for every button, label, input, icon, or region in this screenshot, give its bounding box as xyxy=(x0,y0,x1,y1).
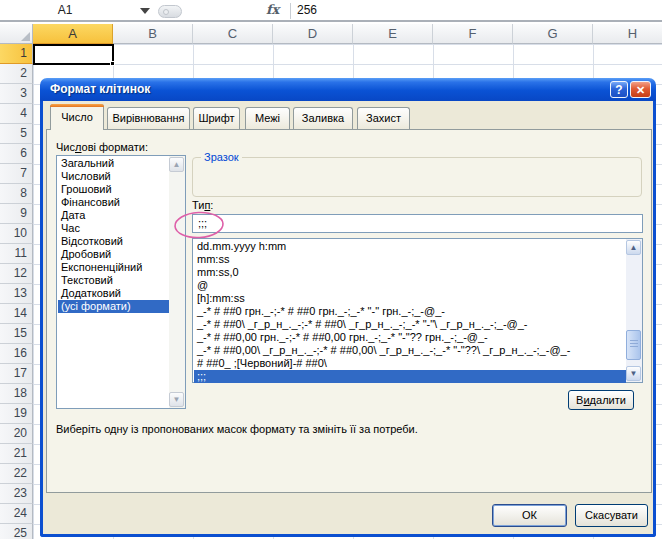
sample-groupbox-label: Зразок xyxy=(201,151,242,163)
format-code-item[interactable]: dd.mm.yyyy h:mm xyxy=(194,240,626,253)
row-header-13[interactable]: 13 xyxy=(0,284,33,304)
number-tab-panel: Числові формати: ЗагальнийЧисловийГрошов… xyxy=(46,129,652,493)
dialog-titlebar[interactable]: Формат клітинок ? ✕ xyxy=(40,78,656,101)
number-format-item[interactable]: Грошовий xyxy=(58,183,169,196)
number-format-item[interactable]: Експоненційний xyxy=(58,261,169,274)
insert-function-icon[interactable]: fx xyxy=(266,2,288,20)
number-format-item[interactable]: Фінансовий xyxy=(58,196,169,209)
row-header-15[interactable]: 15 xyxy=(0,324,33,344)
formula-bar-input[interactable]: 256 xyxy=(297,0,317,22)
number-formats-listbox[interactable]: ЗагальнийЧисловийГрошовийФінансовийДатаЧ… xyxy=(56,155,186,409)
number-format-item[interactable]: Відсотковий xyxy=(58,235,169,248)
column-header-b[interactable]: B xyxy=(113,24,193,44)
row-header-14[interactable]: 14 xyxy=(0,304,33,324)
row-header-16[interactable]: 16 xyxy=(0,344,33,364)
column-header-a[interactable]: A xyxy=(33,24,113,44)
row-headers: 1234567891011121314151617181920212223242… xyxy=(0,44,33,539)
type-label: Тип: xyxy=(192,199,213,211)
delete-button[interactable]: Видалити xyxy=(568,390,634,410)
format-code-item[interactable]: mm:ss xyxy=(194,253,626,266)
format-code-item[interactable]: # ##0_ ;[Червоний]-# ##0\ xyxy=(194,357,626,370)
format-code-item[interactable]: [h]:mm:ss xyxy=(194,292,626,305)
name-box-dropdown-icon[interactable] xyxy=(140,8,150,14)
number-format-item[interactable]: Дата xyxy=(58,209,169,222)
row-header-2[interactable]: 2 xyxy=(0,64,33,84)
row-header-20[interactable]: 20 xyxy=(0,424,33,444)
format-cells-dialog: Формат клітинок ? ✕ ЧислоВирівнюванняШри… xyxy=(40,78,656,537)
number-format-item[interactable]: Текстовий xyxy=(58,274,169,287)
row-header-1[interactable]: 1 xyxy=(0,44,33,64)
format-code-item[interactable]: @ xyxy=(194,279,626,292)
tab-межі[interactable]: Межі xyxy=(245,107,290,130)
scroll-down-icon[interactable]: ▼ xyxy=(169,392,184,407)
tab-заливка[interactable]: Заливка xyxy=(293,107,353,130)
excel-window: A1 fx 256 ABCDEFGH 123456789101112131415… xyxy=(0,0,662,539)
formula-bar: A1 fx 256 xyxy=(0,0,662,22)
scroll-down-icon[interactable]: ▼ xyxy=(626,366,641,381)
name-box[interactable]: A1 xyxy=(0,0,130,22)
number-formats-label: Числові формати: xyxy=(56,141,148,153)
row-header-7[interactable]: 7 xyxy=(0,164,33,184)
format-code-item[interactable]: ;;; xyxy=(194,370,626,383)
fill-handle[interactable] xyxy=(110,61,115,66)
row-header-19[interactable]: 19 xyxy=(0,404,33,424)
row-header-11[interactable]: 11 xyxy=(0,244,33,264)
format-codes-listbox[interactable]: dd.mm.yyyy h:mmmm:ssmm:ss,0@[h]:mm:ss_-*… xyxy=(192,238,643,383)
scroll-up-icon[interactable]: ▲ xyxy=(169,157,184,172)
column-header-h[interactable]: H xyxy=(593,24,662,44)
select-all-corner[interactable] xyxy=(0,24,33,44)
cancel-button[interactable]: Скасувати xyxy=(575,504,648,527)
column-header-d[interactable]: D xyxy=(273,24,353,44)
hint-text: Виберіть одну із пропонованих масок форм… xyxy=(56,423,418,435)
row-header-25[interactable]: 25 xyxy=(0,524,33,539)
ok-button[interactable]: ОК xyxy=(492,504,567,527)
row-header-22[interactable]: 22 xyxy=(0,464,33,484)
format-code-item[interactable]: mm:ss,0 xyxy=(194,266,626,279)
format-code-item[interactable]: _-* # ##0 грн._-;-* # ##0 грн._-;_-* "-"… xyxy=(194,305,626,318)
format-code-item[interactable]: _-* # ##0,00\ _г_р_н_._-;-* # ##0,00\ _г… xyxy=(194,344,626,357)
type-input[interactable]: ;;; xyxy=(192,214,643,233)
number-formats-scrollbar[interactable]: ▲ ▼ xyxy=(169,156,185,408)
row-header-17[interactable]: 17 xyxy=(0,364,33,384)
number-format-item[interactable]: Числовий xyxy=(58,170,169,183)
row-header-23[interactable]: 23 xyxy=(0,484,33,504)
row-header-9[interactable]: 9 xyxy=(0,204,33,224)
scrollbar-thumb[interactable] xyxy=(626,330,641,360)
row-header-4[interactable]: 4 xyxy=(0,104,33,124)
tab-шрифт[interactable]: Шрифт xyxy=(193,107,240,130)
scroll-up-icon[interactable]: ▲ xyxy=(626,240,641,255)
tab-захист[interactable]: Захист xyxy=(357,107,410,130)
row-header-3[interactable]: 3 xyxy=(0,84,33,104)
row-header-10[interactable]: 10 xyxy=(0,224,33,244)
column-header-f[interactable]: F xyxy=(433,24,513,44)
number-format-item[interactable]: Час xyxy=(58,222,169,235)
format-code-item[interactable]: _-* # ##0\ _г_р_н_._-;-* # ##0\ _г_р_н_.… xyxy=(194,318,626,331)
row-header-18[interactable]: 18 xyxy=(0,384,33,404)
dialog-title: Формат клітинок xyxy=(50,78,150,101)
number-format-item[interactable]: Додатковий xyxy=(58,287,169,300)
format-code-item[interactable]: _-* # ##0,00 грн._-;-* # ##0,00 грн._-;_… xyxy=(194,331,626,344)
divider xyxy=(290,3,291,19)
number-format-item[interactable]: (усі формати) xyxy=(58,300,169,313)
row-header-21[interactable]: 21 xyxy=(0,444,33,464)
help-icon[interactable]: ? xyxy=(610,81,628,98)
column-header-g[interactable]: G xyxy=(513,24,593,44)
row-header-8[interactable]: 8 xyxy=(0,184,33,204)
row-header-12[interactable]: 12 xyxy=(0,264,33,284)
row-header-5[interactable]: 5 xyxy=(0,124,33,144)
column-header-e[interactable]: E xyxy=(353,24,433,44)
number-format-item[interactable]: Дробовий xyxy=(58,248,169,261)
selected-cell-a1[interactable] xyxy=(33,44,114,65)
tab-число[interactable]: Число xyxy=(50,104,104,130)
tab-вирівнювання[interactable]: Вирівнювання xyxy=(107,107,190,130)
row-header-24[interactable]: 24 xyxy=(0,504,33,524)
formula-bar-splitter[interactable] xyxy=(158,5,182,18)
column-header-c[interactable]: C xyxy=(193,24,273,44)
close-icon[interactable]: ✕ xyxy=(630,81,651,98)
row-header-6[interactable]: 6 xyxy=(0,144,33,164)
column-headers: ABCDEFGH xyxy=(33,24,662,44)
sample-groupbox: Зразок xyxy=(192,157,642,197)
number-format-item[interactable]: Загальний xyxy=(58,157,169,170)
format-codes-scrollbar[interactable]: ▲ ▼ xyxy=(626,239,642,382)
